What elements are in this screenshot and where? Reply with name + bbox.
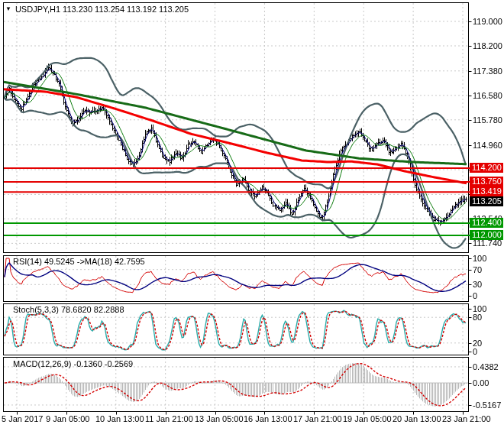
price-axis-label: 119.000: [473, 17, 503, 26]
chart-title-text: USDJPY,H1 113.230 113.254 113.192 113.20…: [15, 5, 189, 14]
rsi-axis-label: 30: [473, 280, 482, 289]
price-axis-label: 118.200: [473, 41, 503, 50]
price-axis-label: 114.960: [473, 141, 503, 150]
macd-axis-label: -0.5167: [473, 400, 501, 410]
resistance-price-badge: 113.419: [470, 186, 503, 196]
rsi-axis-label: 100: [473, 254, 486, 263]
stoch-axis-label: 80: [473, 313, 482, 322]
mt4-chart-window: { "window": { "title": "USDJPY,H1 113.23…: [0, 0, 504, 428]
price-axis-label: 115.780: [473, 115, 503, 125]
time-axis-label: 5 Jan 2017: [2, 414, 43, 423]
macd-indicator-label: MACD(12,26,9) -0.1360 -0.2569: [13, 359, 133, 368]
time-axis-label: 17 Jan 21:00: [293, 414, 342, 423]
support-price-badge: 112.400: [470, 218, 503, 228]
stoch-indicator-label: Stoch(5,3,3) 78.6820 82.2888: [13, 305, 124, 314]
macd-axis-label: 0.4382: [473, 362, 499, 371]
price-axis-label: 117.380: [473, 66, 503, 76]
resistance-price-badge: 114.200: [470, 163, 503, 173]
resistance-price-badge: 113.750: [470, 177, 503, 186]
stoch-axis-label: 0: [473, 347, 477, 356]
time-axis-label: 23 Jan 21:00: [442, 414, 491, 423]
current-price-price-badge: 113.205: [470, 196, 503, 206]
time-axis-label: 11 Jan 21:00: [145, 414, 193, 423]
rsi-axis-label: 0: [473, 291, 477, 300]
time-axis-label: 9 Jan 05:00: [46, 414, 90, 423]
price-axis-label: 116.580: [473, 91, 503, 100]
time-axis-label: 19 Jan 05:00: [343, 414, 392, 423]
time-axis-label: 13 Jan 05:00: [195, 414, 244, 423]
rsi-axis-label: 70: [473, 265, 482, 274]
support-price-badge: 112.000: [470, 230, 503, 240]
time-axis-label: 16 Jan 13:00: [244, 414, 292, 423]
time-axis-label: 10 Jan 13:00: [95, 414, 144, 423]
time-scale[interactable]: 5 Jan 20179 Jan 05:0010 Jan 13:0011 Jan …: [0, 412, 504, 428]
symbol-triangle-icon: ▼: [5, 5, 11, 13]
chart-title: ▼ USDJPY,H1 113.230 113.254 113.192 113.…: [5, 5, 189, 14]
rsi-indicator-label: RSI(14) 49.5245 ->MA(18) 42.7595: [13, 257, 145, 266]
macd-axis-label: 0.00: [473, 378, 489, 387]
time-axis-label: 20 Jan 13:00: [393, 414, 441, 423]
